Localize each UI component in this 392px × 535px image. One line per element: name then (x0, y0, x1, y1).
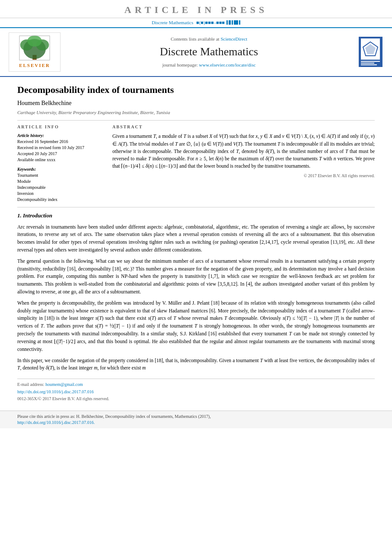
intro-heading: 1. Introduction (17, 212, 375, 220)
history-item-3: Available online xxxx (17, 157, 104, 163)
history-item-2: Accepted 20 July 2017 (17, 151, 104, 157)
article-affiliation: Carthage University, Bizerte Preparatory… (17, 109, 375, 116)
intro-para-2: When the property is decomposability, th… (17, 299, 375, 353)
introduction-section: 1. Introduction Arc reversals in tournam… (17, 212, 375, 372)
abstract-copyright: © 2017 Elsevier B.V. All rights reserved… (112, 173, 375, 179)
citation-text: Please cite this article in press as: H.… (17, 414, 211, 419)
main-content: Decomposability index of tournaments Hou… (0, 77, 392, 407)
email-line: E-mail address: houmem@gmail.com (17, 382, 375, 388)
svg-point-4 (27, 35, 41, 47)
history-item-1: Received in revised form 10 July 2017 (17, 145, 104, 151)
contents-line: Contents lists available at ScienceDirec… (67, 36, 351, 42)
keyword-4: Decomposability index (17, 197, 104, 203)
email-link[interactable]: houmem@gmail.com (45, 382, 83, 387)
citation-doi-link[interactable]: http://dx.doi.org/10.1016/j.disc.2017.07… (17, 420, 95, 425)
abstract-body-divider (17, 207, 375, 207)
article-info-label: ARTICLE INFO (17, 124, 104, 130)
article-history-block: Article history: Received 16 September 2… (17, 133, 104, 163)
svg-marker-7 (365, 44, 376, 54)
keywords-block: Keywords: Tournament Module Indecomposab… (17, 166, 104, 203)
article-info-col: ARTICLE INFO Article history: Received 1… (17, 124, 104, 203)
intro-para-3: In this paper, we consider the negation … (17, 357, 375, 373)
keyword-3: Inversion (17, 191, 104, 197)
history-item-0: Received 16 September 2016 (17, 139, 104, 145)
journal-bar-decoration (226, 20, 240, 25)
doi-link[interactable]: http://dx.doi.org/10.1016/j.disc.2017.07… (17, 389, 375, 395)
article-info-abstract: ARTICLE INFO Article history: Received 1… (17, 124, 375, 203)
sciencedirect-link[interactable]: ScienceDirect (220, 36, 247, 41)
journal-info: Contents lists available at ScienceDirec… (67, 32, 351, 71)
intro-para-0: Arc reversals in tournaments have been s… (17, 223, 375, 254)
elsevier-logo: ELSEVIER (9, 32, 61, 71)
intro-para-1: The general question is the following. W… (17, 258, 375, 296)
keywords-label: Keywords: (17, 166, 104, 172)
journal-icon-inner (361, 38, 380, 60)
abstract-text: Given a tournament T, a module of T is a… (112, 133, 375, 170)
journal-icon-lines (361, 61, 380, 65)
article-in-press-text: ARTICLE IN PRESS (0, 3, 392, 17)
keyword-0: Tournament (17, 172, 104, 178)
journal-bar-link[interactable]: Discrete Mathematics ■(■)■■■–■■■ (152, 19, 225, 26)
abstract-label: ABSTRACT (112, 124, 375, 130)
history-label: Article history: (17, 133, 104, 139)
journal-icon-box-container (357, 32, 383, 71)
keyword-2: Indecomposable (17, 185, 104, 191)
abstract-col: ABSTRACT Given a tournament T, a module … (112, 124, 375, 203)
journal-icon-box (359, 37, 382, 67)
homepage-line: journal homepage: www.elsevier.com/locat… (67, 62, 351, 68)
journal-bar: Discrete Mathematics ■(■)■■■–■■■ (0, 18, 392, 28)
footer-section: E-mail address: houmem@gmail.com http://… (17, 379, 375, 402)
title-divider (17, 120, 375, 121)
article-in-press-banner: ARTICLE IN PRESS (0, 0, 392, 18)
citation-bar: Please cite this article in press as: H.… (0, 411, 392, 428)
keyword-1: Module (17, 178, 104, 185)
email-label: E-mail address: (17, 382, 44, 387)
elsevier-tree-icon (17, 35, 52, 61)
pentagon-icon (362, 41, 379, 57)
journal-header: ELSEVIER Contents lists available at Sci… (0, 28, 392, 76)
citation-journal-word: Mathematics (175, 414, 197, 419)
journal-title-header: Discrete Mathematics (67, 44, 351, 60)
homepage-link[interactable]: www.elsevier.com/locate/disc (199, 62, 255, 67)
article-author: Houmem Belkhechine (17, 99, 375, 108)
article-title: Decomposability index of tournaments (17, 83, 375, 97)
elsevier-wordmark: ELSEVIER (19, 62, 50, 69)
copyright-footer: 0012-365X/© 2017 Elsevier B.V. All right… (17, 396, 375, 402)
